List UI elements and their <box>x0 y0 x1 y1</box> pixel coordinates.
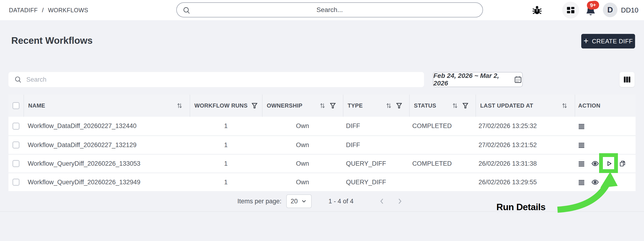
header-workflow-runs-label: WORKFLOW RUNS <box>194 102 248 109</box>
action-cell <box>575 160 636 168</box>
create-diff-label: CREATE DIFF <box>592 38 633 45</box>
header-last-updated-label: LAST UPDATED AT <box>480 102 533 109</box>
view-button[interactable] <box>591 178 599 186</box>
table-search-input[interactable] <box>26 76 418 83</box>
date-range-picker[interactable]: Feb 24, 2026 ~ Mar 2, 2026 <box>433 72 523 87</box>
ownership: Own <box>262 141 343 149</box>
pagination-range-label: 1 - 4 of 4 <box>328 198 354 205</box>
columns-icon <box>622 75 632 84</box>
header-type[interactable]: TYPE <box>343 95 409 117</box>
run-list-button[interactable] <box>578 141 586 149</box>
ownership: Own <box>262 122 343 130</box>
header-status[interactable]: STATUS <box>409 95 476 117</box>
eye-icon <box>591 178 599 186</box>
filter-icon[interactable] <box>462 102 469 109</box>
action-cell <box>575 141 636 149</box>
ownership: Own <box>262 179 343 186</box>
status: COMPLETED <box>409 160 476 167</box>
row-checkbox[interactable] <box>12 141 20 148</box>
select-all-checkbox[interactable] <box>12 102 20 109</box>
menu-icon <box>578 122 585 130</box>
apps-menu-button[interactable] <box>562 2 579 19</box>
annotation-label: Run Details <box>496 202 546 212</box>
row-select-cell <box>8 160 24 167</box>
breadcrumb-app[interactable]: DATADIFF <box>9 7 38 14</box>
sort-icon[interactable] <box>452 102 458 109</box>
view-button[interactable] <box>591 160 599 168</box>
sort-icon[interactable] <box>385 102 392 109</box>
breadcrumb-section[interactable]: WORKFLOWS <box>48 7 88 14</box>
breadcrumb-separator: / <box>42 7 44 14</box>
header-last-updated[interactable]: LAST UPDATED AT <box>476 95 575 117</box>
workflow-runs: 1 <box>190 122 262 130</box>
run-list-button[interactable] <box>578 178 586 186</box>
header-ownership-label: OWNERSHIP <box>267 102 302 109</box>
filter-icon[interactable] <box>251 102 258 109</box>
copy-icon <box>618 160 626 167</box>
type: DIFF <box>343 122 409 130</box>
row-checkbox[interactable] <box>12 123 20 130</box>
table-body: Workflow_DataDiff_20260227_1324401OwnDIF… <box>8 117 636 191</box>
workflow-name: Workflow_QueryDiff_20260226_133053 <box>24 160 190 167</box>
filter-icon[interactable] <box>329 102 336 109</box>
copy-button[interactable] <box>618 160 626 168</box>
search-icon <box>182 6 191 15</box>
action-cell <box>575 178 636 186</box>
sort-icon[interactable] <box>176 102 183 109</box>
page-title: Recent Workflows <box>11 35 92 46</box>
workflows-page: DATADIFF / WORKFLOWS <box>0 0 644 241</box>
sort-icon[interactable] <box>319 102 326 109</box>
global-search-input[interactable] <box>177 6 482 14</box>
bottom-divider <box>0 211 644 212</box>
date-range-value: Feb 24, 2026 ~ Mar 2, 2026 <box>434 72 510 87</box>
run-details-button[interactable] <box>605 160 613 168</box>
table-search[interactable] <box>8 72 424 87</box>
next-page-button[interactable] <box>392 194 406 208</box>
run-list-button[interactable] <box>578 160 586 168</box>
sort-icon[interactable] <box>561 102 568 109</box>
items-per-page-select[interactable]: 20 <box>286 194 312 208</box>
header-workflow-runs[interactable]: WORKFLOW RUNS <box>190 95 262 117</box>
user-avatar[interactable]: D <box>603 3 618 17</box>
breadcrumb: DATADIFF / WORKFLOWS <box>9 0 88 20</box>
menu-icon <box>578 160 585 167</box>
user-id-label[interactable]: DD10 <box>621 0 638 20</box>
bug-report-button[interactable] <box>531 4 544 17</box>
global-search[interactable] <box>176 2 483 18</box>
workflow-runs: 1 <box>190 179 262 186</box>
header-type-label: TYPE <box>348 102 363 109</box>
last-updated-at: 27/02/2026 13:21:52 <box>476 141 575 149</box>
header-ownership[interactable]: OWNERSHIP <box>262 95 343 117</box>
workflow-name: Workflow_QueryDiff_20260226_132949 <box>24 179 190 186</box>
plus-icon: + <box>584 37 589 45</box>
filter-icon[interactable] <box>396 102 402 109</box>
workflow-name: Workflow_DataDiff_20260227_132129 <box>24 141 190 149</box>
table-row[interactable]: Workflow_DataDiff_20260227_1324401OwnDIF… <box>8 117 636 135</box>
workflow-runs: 1 <box>190 160 262 167</box>
create-diff-button[interactable]: + CREATE DIFF <box>581 34 635 49</box>
select-all-cell <box>8 95 24 117</box>
previous-page-button[interactable] <box>375 194 389 208</box>
run-list-button[interactable] <box>578 122 586 130</box>
eye-icon <box>591 160 599 168</box>
header-status-label: STATUS <box>414 102 436 109</box>
last-updated-at: 27/02/2026 13:25:32 <box>476 122 575 130</box>
column-settings-button[interactable] <box>620 72 634 87</box>
bug-icon <box>531 4 543 16</box>
menu-icon <box>578 178 585 186</box>
workflow-name: Workflow_DataDiff_20260227_132440 <box>24 122 190 130</box>
row-checkbox[interactable] <box>12 179 20 186</box>
header-action: ACTION <box>575 95 636 117</box>
row-select-cell <box>8 141 24 148</box>
table-row[interactable]: Workflow_QueryDiff_20260226_1330531OwnQU… <box>8 154 636 172</box>
table-row[interactable]: Workflow_DataDiff_20260227_1321291OwnDIF… <box>8 135 636 154</box>
type: DIFF <box>343 141 409 149</box>
top-bar: DATADIFF / WORKFLOWS <box>0 0 644 20</box>
row-checkbox[interactable] <box>12 160 20 167</box>
workflow-runs: 1 <box>190 141 262 149</box>
table-row[interactable]: Workflow_QueryDiff_20260226_1329491OwnQU… <box>8 172 636 191</box>
items-per-page-value: 20 <box>290 198 298 205</box>
header-action-label: ACTION <box>578 102 600 109</box>
header-name[interactable]: NAME <box>24 95 190 117</box>
chevron-down-icon <box>300 198 307 204</box>
